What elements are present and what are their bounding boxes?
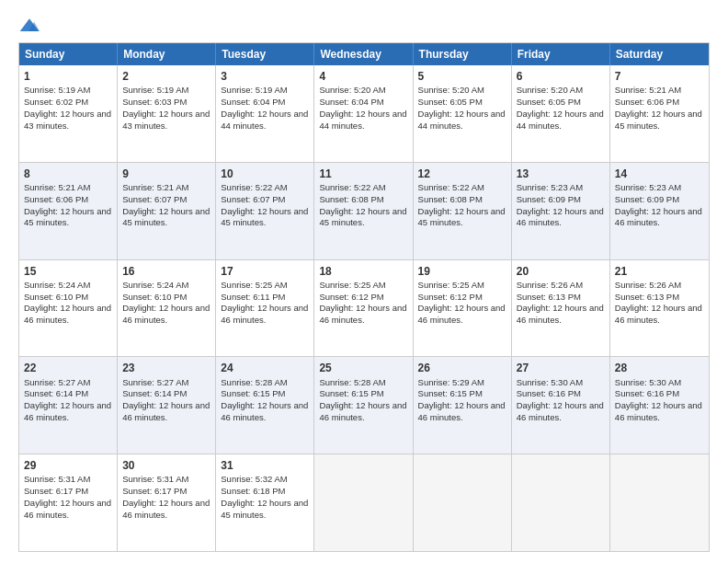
day-number: 28 bbox=[615, 361, 704, 375]
sunrise-text: Sunrise: 5:20 AM bbox=[517, 85, 583, 95]
day-header-saturday: Saturday bbox=[610, 43, 709, 65]
daylight-text: Daylight: 12 hours and 46 minutes. bbox=[24, 498, 111, 520]
sunset-text: Sunset: 6:04 PM bbox=[221, 97, 285, 107]
empty-cell bbox=[610, 454, 709, 551]
daylight-text: Daylight: 12 hours and 45 minutes. bbox=[221, 498, 308, 520]
daylight-text: Daylight: 12 hours and 44 minutes. bbox=[517, 109, 604, 131]
day-number: 6 bbox=[517, 69, 605, 84]
day-number: 2 bbox=[122, 69, 210, 84]
sunset-text: Sunset: 6:12 PM bbox=[319, 292, 383, 302]
sunset-text: Sunset: 6:07 PM bbox=[221, 194, 285, 204]
sunrise-text: Sunrise: 5:26 AM bbox=[615, 280, 681, 290]
empty-cell bbox=[512, 454, 610, 551]
daylight-text: Daylight: 12 hours and 46 minutes. bbox=[418, 303, 506, 325]
day-number: 3 bbox=[221, 69, 309, 84]
day-number: 15 bbox=[24, 264, 112, 279]
day-header-tuesday: Tuesday bbox=[216, 43, 314, 65]
day-cell-25: 25Sunrise: 5:28 AMSunset: 6:15 PMDayligh… bbox=[314, 357, 413, 454]
sunrise-text: Sunrise: 5:24 AM bbox=[24, 280, 90, 290]
sunset-text: Sunset: 6:10 PM bbox=[24, 292, 88, 302]
sunset-text: Sunset: 6:15 PM bbox=[418, 388, 483, 398]
sunset-text: Sunset: 6:05 PM bbox=[418, 97, 483, 107]
day-number: 7 bbox=[615, 69, 704, 84]
day-number: 21 bbox=[615, 264, 704, 279]
day-cell-21: 21Sunrise: 5:26 AMSunset: 6:13 PMDayligh… bbox=[610, 260, 709, 357]
day-header-wednesday: Wednesday bbox=[314, 43, 413, 65]
logo-icon bbox=[18, 17, 40, 35]
day-cell-13: 13Sunrise: 5:23 AMSunset: 6:09 PMDayligh… bbox=[512, 163, 610, 259]
daylight-text: Daylight: 12 hours and 46 minutes. bbox=[517, 400, 604, 422]
day-number: 5 bbox=[418, 69, 506, 84]
daylight-text: Daylight: 12 hours and 46 minutes. bbox=[517, 303, 604, 325]
sunrise-text: Sunrise: 5:20 AM bbox=[319, 85, 385, 95]
day-number: 13 bbox=[517, 167, 605, 181]
day-number: 8 bbox=[24, 167, 112, 181]
sunrise-text: Sunrise: 5:28 AM bbox=[221, 377, 287, 387]
daylight-text: Daylight: 12 hours and 45 minutes. bbox=[418, 206, 506, 228]
daylight-text: Daylight: 12 hours and 46 minutes. bbox=[418, 400, 506, 422]
sunset-text: Sunset: 6:14 PM bbox=[122, 388, 187, 398]
sunrise-text: Sunrise: 5:25 AM bbox=[319, 280, 385, 290]
daylight-text: Daylight: 12 hours and 45 minutes. bbox=[319, 206, 406, 228]
day-cell-28: 28Sunrise: 5:30 AMSunset: 6:16 PMDayligh… bbox=[610, 357, 709, 454]
daylight-text: Daylight: 12 hours and 46 minutes. bbox=[24, 400, 111, 422]
day-number: 27 bbox=[517, 361, 605, 375]
sunset-text: Sunset: 6:15 PM bbox=[319, 388, 383, 398]
daylight-text: Daylight: 12 hours and 45 minutes. bbox=[24, 206, 111, 228]
calendar-row-5: 29Sunrise: 5:31 AMSunset: 6:17 PMDayligh… bbox=[19, 454, 709, 551]
sunset-text: Sunset: 6:09 PM bbox=[517, 194, 581, 204]
calendar-row-4: 22Sunrise: 5:27 AMSunset: 6:14 PMDayligh… bbox=[19, 356, 709, 454]
day-header-thursday: Thursday bbox=[414, 43, 512, 65]
daylight-text: Daylight: 12 hours and 46 minutes. bbox=[221, 303, 308, 325]
day-number: 26 bbox=[418, 361, 506, 375]
day-header-friday: Friday bbox=[512, 43, 610, 65]
sunrise-text: Sunrise: 5:30 AM bbox=[615, 377, 681, 387]
day-cell-3: 3Sunrise: 5:19 AMSunset: 6:04 PMDaylight… bbox=[216, 65, 314, 162]
day-number: 24 bbox=[221, 361, 309, 375]
day-number: 20 bbox=[517, 264, 605, 279]
day-cell-8: 8Sunrise: 5:21 AMSunset: 6:06 PMDaylight… bbox=[19, 163, 118, 259]
daylight-text: Daylight: 12 hours and 45 minutes. bbox=[615, 109, 702, 131]
sunrise-text: Sunrise: 5:22 AM bbox=[221, 182, 287, 192]
day-number: 30 bbox=[122, 458, 210, 473]
day-cell-10: 10Sunrise: 5:22 AMSunset: 6:07 PMDayligh… bbox=[216, 163, 314, 259]
sunrise-text: Sunrise: 5:28 AM bbox=[319, 377, 385, 387]
sunset-text: Sunset: 6:06 PM bbox=[615, 97, 679, 107]
sunrise-text: Sunrise: 5:23 AM bbox=[615, 182, 681, 192]
page: SundayMondayTuesdayWednesdayThursdayFrid… bbox=[0, 0, 728, 563]
sunset-text: Sunset: 6:17 PM bbox=[24, 486, 88, 496]
day-number: 4 bbox=[319, 69, 407, 84]
day-number: 31 bbox=[221, 458, 309, 473]
sunrise-text: Sunrise: 5:19 AM bbox=[221, 85, 287, 95]
day-number: 23 bbox=[122, 361, 210, 375]
calendar-body: 1Sunrise: 5:19 AMSunset: 6:02 PMDaylight… bbox=[19, 65, 709, 551]
daylight-text: Daylight: 12 hours and 46 minutes. bbox=[319, 400, 406, 422]
sunrise-text: Sunrise: 5:21 AM bbox=[24, 182, 90, 192]
sunset-text: Sunset: 6:07 PM bbox=[122, 194, 187, 204]
calendar-header: SundayMondayTuesdayWednesdayThursdayFrid… bbox=[19, 43, 709, 65]
sunset-text: Sunset: 6:06 PM bbox=[24, 194, 88, 204]
sunset-text: Sunset: 6:13 PM bbox=[615, 292, 679, 302]
day-cell-7: 7Sunrise: 5:21 AMSunset: 6:06 PMDaylight… bbox=[610, 65, 709, 162]
sunrise-text: Sunrise: 5:26 AM bbox=[517, 280, 583, 290]
sunrise-text: Sunrise: 5:32 AM bbox=[221, 474, 287, 484]
sunrise-text: Sunrise: 5:19 AM bbox=[122, 85, 188, 95]
day-cell-2: 2Sunrise: 5:19 AMSunset: 6:03 PMDaylight… bbox=[118, 65, 216, 162]
day-cell-27: 27Sunrise: 5:30 AMSunset: 6:16 PMDayligh… bbox=[512, 357, 610, 454]
day-cell-22: 22Sunrise: 5:27 AMSunset: 6:14 PMDayligh… bbox=[19, 357, 118, 454]
empty-cell bbox=[314, 454, 413, 551]
day-number: 14 bbox=[615, 167, 704, 181]
day-cell-29: 29Sunrise: 5:31 AMSunset: 6:17 PMDayligh… bbox=[19, 454, 118, 551]
sunset-text: Sunset: 6:16 PM bbox=[615, 388, 679, 398]
sunrise-text: Sunrise: 5:30 AM bbox=[517, 377, 583, 387]
day-number: 1 bbox=[24, 69, 112, 84]
daylight-text: Daylight: 12 hours and 46 minutes. bbox=[122, 303, 210, 325]
sunrise-text: Sunrise: 5:22 AM bbox=[418, 182, 484, 192]
day-number: 11 bbox=[319, 167, 407, 181]
day-cell-1: 1Sunrise: 5:19 AMSunset: 6:02 PMDaylight… bbox=[19, 65, 118, 162]
sunset-text: Sunset: 6:02 PM bbox=[24, 97, 88, 107]
sunset-text: Sunset: 6:11 PM bbox=[221, 292, 285, 302]
day-cell-23: 23Sunrise: 5:27 AMSunset: 6:14 PMDayligh… bbox=[118, 357, 216, 454]
sunrise-text: Sunrise: 5:20 AM bbox=[418, 85, 484, 95]
sunset-text: Sunset: 6:17 PM bbox=[122, 486, 187, 496]
